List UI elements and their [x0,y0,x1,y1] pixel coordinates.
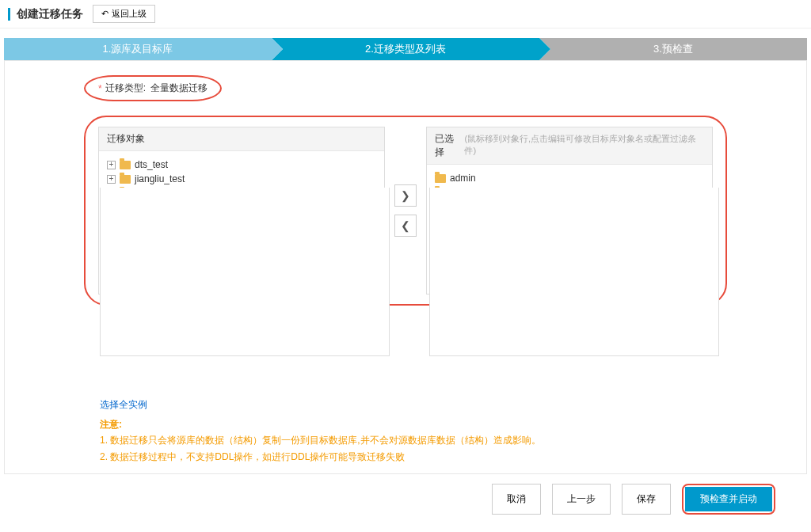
footer-bar: 取消 上一步 保存 预检查并启动 [4,473,807,524]
expand-icon[interactable]: + [107,175,116,184]
notes-title: 注意: [100,416,541,432]
cancel-button[interactable]: 取消 [492,484,541,515]
save-button[interactable]: 保存 [622,484,671,515]
source-panel-header: 迁移对象 [99,127,384,151]
back-icon: ↶ [101,9,109,19]
target-item-label: admin [450,173,476,184]
step-2-active: 2.迁移类型及列表 [272,38,539,60]
migration-type-highlight: * 迁移类型: 全量数据迁移 [84,75,222,101]
step-3: 3.预检查 [539,38,807,60]
prev-button[interactable]: 上一步 [552,484,611,515]
target-panel-ext [429,188,719,356]
target-item[interactable]: admin [435,171,704,185]
back-button-label: 返回上级 [112,8,147,20]
content-panel: * 迁移类型: 全量数据迁移 迁移对象 + dts_test + jiangli… [4,60,807,496]
precheck-start-button[interactable]: 预检查并启动 [685,487,772,511]
page-title: 创建迁移任务 [17,7,83,21]
note-line-1: 1. 数据迁移只会将源库的数据（结构）复制一份到目标数据库,并不会对源数据库数据… [100,432,541,448]
spacer [390,188,428,356]
expand-icon[interactable]: + [107,161,116,169]
migration-type-value: 全量数据迁移 [150,82,208,95]
step-indicator: 1.源库及目标库 2.迁移类型及列表 3.预检查 [4,38,807,60]
migration-type-label: 迁移类型: [105,82,146,95]
header-bar: 创建迁移任务 ↶ 返回上级 [0,0,811,28]
panels-extension [100,188,719,356]
notes-section: 注意: 1. 数据迁移只会将源库的数据（结构）复制一份到目标数据库,并不会对源数… [100,416,541,465]
folder-icon [120,175,131,184]
step-1: 1.源库及目标库 [4,38,272,60]
source-item-label: dts_test [135,159,168,170]
back-button[interactable]: ↶ 返回上级 [93,5,155,23]
source-item[interactable]: + jiangliu_test [107,172,376,186]
source-panel-title: 迁移对象 [107,132,145,146]
source-panel-ext [100,188,390,356]
source-item[interactable]: + dts_test [107,158,376,172]
target-panel-hint: (鼠标移到对象行,点击编辑可修改目标库对象名或配置过滤条件) [464,133,704,157]
folder-icon [120,161,131,169]
required-star: * [98,83,102,94]
below-transfer: 选择全实例 [100,398,147,412]
target-panel-title: 已选择 [435,132,463,159]
title-accent [8,8,10,21]
folder-icon [435,174,446,183]
source-item-label: jiangliu_test [135,173,185,184]
precheck-highlight: 预检查并启动 [682,484,775,515]
select-all-link[interactable]: 选择全实例 [100,399,147,410]
note-line-2: 2. 数据迁移过程中，不支持DDL操作，如进行DDL操作可能导致迁移失败 [100,449,541,465]
target-panel-header: 已选择 (鼠标移到对象行,点击编辑可修改目标库对象名或配置过滤条件) [427,127,712,165]
